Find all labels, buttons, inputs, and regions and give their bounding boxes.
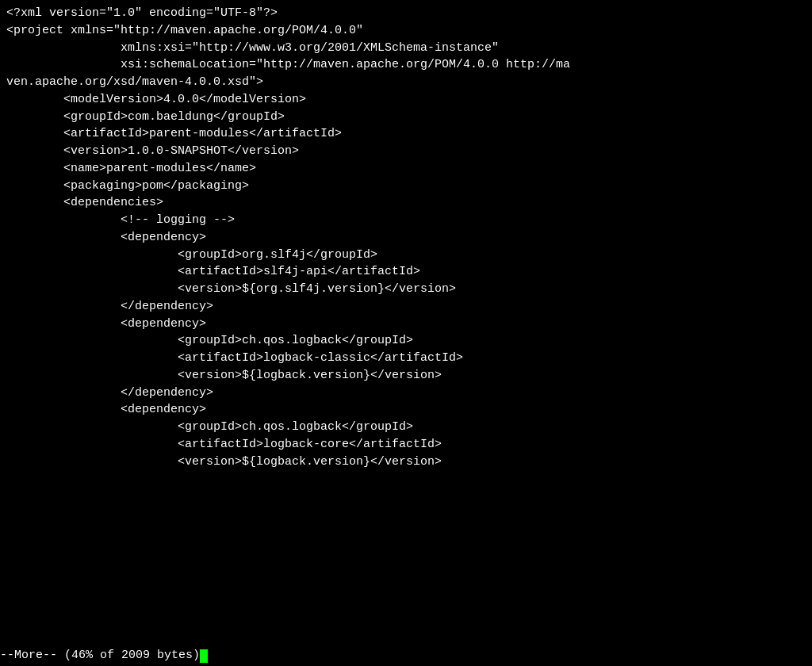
code-line: <groupId>ch.qos.logback</groupId>: [6, 419, 806, 436]
code-line: <dependency>: [6, 229, 806, 247]
code-line: <dependency>: [6, 316, 806, 333]
code-line: <version>1.0.0-SNAPSHOT</version>: [6, 143, 806, 160]
code-line: <modelVersion>4.0.0</modelVersion>: [6, 91, 806, 109]
cursor: [200, 649, 208, 663]
code-line: </dependency>: [6, 298, 806, 316]
code-line: <version>${logback.version}</version>: [6, 454, 806, 471]
code-content: <?xml version="1.0" encoding="UTF-8"?><p…: [0, 5, 812, 470]
status-text: --More-- (46% of 2009 bytes): [0, 647, 200, 664]
code-line: <version>${org.slf4j.version}</version>: [6, 281, 806, 298]
code-line: <artifactId>slf4j-api</artifactId>: [6, 263, 806, 281]
code-line: <artifactId>parent-modules</artifactId>: [6, 125, 806, 143]
code-line: <packaging>pom</packaging>: [6, 178, 806, 195]
code-line: ven.apache.org/xsd/maven-4.0.0.xsd">: [6, 74, 806, 91]
code-line: <groupId>com.baeldung</groupId>: [6, 109, 806, 126]
code-line: <dependency>: [6, 401, 806, 419]
code-line: <version>${logback.version}</version>: [6, 367, 806, 385]
code-line: <artifactId>logback-classic</artifactId>: [6, 350, 806, 367]
code-line: <name>parent-modules</name>: [6, 160, 806, 178]
code-line: xmlns:xsi="http://www.w3.org/2001/XMLSch…: [6, 40, 806, 57]
code-line: </dependency>: [6, 385, 806, 402]
code-line: xsi:schemaLocation="http://maven.apache.…: [6, 56, 806, 74]
status-bar: --More-- (46% of 2009 bytes): [0, 645, 812, 666]
terminal: <?xml version="1.0" encoding="UTF-8"?><p…: [0, 0, 812, 666]
code-line: <groupId>ch.qos.logback</groupId>: [6, 332, 806, 350]
code-line: <groupId>org.slf4j</groupId>: [6, 247, 806, 264]
code-line: <artifactId>logback-core</artifactId>: [6, 436, 806, 454]
code-line: <!-- logging -->: [6, 212, 806, 229]
code-line: <project xmlns="http://maven.apache.org/…: [6, 22, 806, 40]
code-line: <dependencies>: [6, 194, 806, 212]
code-line: <?xml version="1.0" encoding="UTF-8"?>: [6, 5, 806, 22]
